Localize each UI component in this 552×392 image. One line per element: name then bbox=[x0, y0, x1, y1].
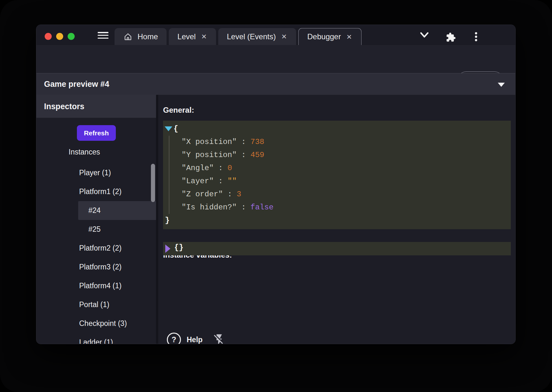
property-key: "Z order" bbox=[182, 190, 223, 199]
property-key: "Is hidden?" bbox=[182, 203, 237, 212]
instance-tree-item-label: Ladder (1) bbox=[79, 338, 113, 344]
indent-guide bbox=[169, 136, 169, 214]
top-right-icons bbox=[391, 25, 515, 45]
desktop-background: Home Level ✕ Level (Events) ✕ Debugger ✕ bbox=[0, 0, 552, 392]
general-section-label: General: bbox=[163, 106, 194, 115]
instance-tree-item-label: #25 bbox=[88, 225, 101, 234]
collapse-triangle-icon[interactable] bbox=[165, 126, 172, 131]
expand-triangle-icon[interactable] bbox=[165, 245, 170, 253]
inspectors-sidebar: Inspectors Refresh Instances Player (1) … bbox=[36, 95, 156, 344]
tab-level[interactable]: Level ✕ bbox=[169, 28, 216, 45]
property-separator: : bbox=[237, 138, 250, 146]
tab-label: Debugger bbox=[307, 32, 341, 41]
property-key: "Y position" bbox=[182, 151, 237, 159]
open-brace: { bbox=[174, 124, 178, 133]
close-window-button[interactable] bbox=[45, 33, 52, 40]
property-key: "Angle" bbox=[182, 164, 214, 172]
help-label[interactable]: Help bbox=[187, 335, 203, 344]
tab-label: Level (Events) bbox=[227, 32, 276, 41]
title-tab-bar: Home Level ✕ Level (Events) ✕ Debugger ✕ bbox=[36, 25, 515, 45]
tree-open-line: { bbox=[163, 122, 511, 135]
instance-tree-item-label: Platform1 (2) bbox=[79, 187, 122, 196]
property-row[interactable]: "X position" : 738 bbox=[163, 135, 511, 148]
instance-tree-item[interactable]: Platform2 (2) bbox=[78, 239, 151, 258]
property-key: "Layer" bbox=[182, 177, 214, 185]
instance-variables-tree: {} bbox=[163, 242, 511, 255]
property-separator: : bbox=[237, 151, 250, 159]
flash-off-icon[interactable] bbox=[213, 333, 226, 344]
tree-rows: "X position" : 738 "Y position" : 459 "A… bbox=[163, 135, 511, 214]
tab-bar: Home Level ✕ Level (Events) ✕ Debugger ✕ bbox=[115, 28, 362, 45]
property-value: 0 bbox=[228, 164, 232, 172]
property-value: 3 bbox=[237, 190, 241, 199]
property-row[interactable]: "Y position" : 459 bbox=[163, 148, 511, 162]
close-brace: } bbox=[165, 216, 169, 225]
home-icon bbox=[123, 32, 133, 41]
instance-tree-item[interactable]: #24 bbox=[78, 201, 156, 220]
tab-label: Level bbox=[177, 32, 196, 41]
instance-tree-item-label: Platform2 (2) bbox=[79, 244, 122, 253]
tab-level-events-[interactable]: Level (Events) ✕ bbox=[218, 28, 296, 45]
inspector-detail-panel: General: { "X position" : 738 "Y positio… bbox=[158, 95, 516, 344]
instance-tree-item-label: #24 bbox=[88, 206, 101, 215]
property-value: 459 bbox=[250, 151, 264, 159]
instance-tree-item-label: Platform4 (1) bbox=[79, 282, 122, 290]
minimize-window-button[interactable] bbox=[56, 33, 63, 40]
instances-root-label[interactable]: Instances bbox=[69, 148, 100, 157]
dropdown-caret-icon bbox=[498, 83, 505, 87]
property-value: 738 bbox=[250, 138, 264, 146]
instance-tree-item[interactable]: Platform4 (1) bbox=[78, 276, 151, 295]
tree-close-line: } bbox=[163, 214, 511, 227]
tab-close-icon[interactable]: ✕ bbox=[200, 33, 207, 41]
instance-tree-item[interactable]: Platform1 (2) bbox=[78, 182, 151, 201]
property-row[interactable]: "Layer" : "" bbox=[163, 175, 511, 188]
instance-tree-item[interactable]: Player (1) bbox=[78, 163, 151, 182]
general-properties-tree: { "X position" : 738 "Y position" : 459 … bbox=[163, 121, 511, 229]
property-value: "" bbox=[228, 177, 237, 185]
instance-tree-item-label: Player (1) bbox=[79, 169, 111, 177]
property-separator: : bbox=[237, 203, 250, 212]
instance-tree-item[interactable]: #25 bbox=[78, 220, 156, 239]
instance-tree-item[interactable]: Ladder (1) bbox=[78, 333, 151, 344]
tab-home[interactable]: Home bbox=[115, 28, 167, 45]
property-row[interactable]: "Angle" : 0 bbox=[163, 162, 511, 175]
property-key: "X position" bbox=[182, 138, 237, 146]
inspectors-title: Inspectors bbox=[44, 102, 84, 111]
debugger-toolbar: Pause bbox=[36, 45, 515, 73]
help-question-icon[interactable]: ? bbox=[167, 333, 181, 344]
property-row[interactable]: "Z order" : 3 bbox=[163, 188, 511, 201]
zoom-window-button[interactable] bbox=[68, 33, 75, 40]
instance-tree-item-label: Platform3 (2) bbox=[79, 263, 122, 271]
instance-tree-item[interactable]: Checkpoint (3) bbox=[78, 314, 151, 333]
property-separator: : bbox=[214, 177, 228, 185]
panel-divider bbox=[156, 95, 158, 344]
app-window: Home Level ✕ Level (Events) ✕ Debugger ✕ bbox=[36, 25, 516, 344]
chevron-down-icon[interactable] bbox=[419, 31, 430, 39]
property-separator: : bbox=[223, 190, 237, 199]
tab-debugger[interactable]: Debugger ✕ bbox=[298, 28, 362, 45]
inspectors-header: Inspectors bbox=[36, 95, 156, 118]
more-options-kebab-icon[interactable] bbox=[471, 31, 481, 42]
help-row: ? Help bbox=[167, 333, 226, 344]
instance-tree-item-label: Checkpoint (3) bbox=[79, 319, 127, 328]
sidebar-scrollbar-thumb[interactable] bbox=[151, 164, 155, 202]
empty-object-value: {} bbox=[174, 243, 183, 252]
property-value: false bbox=[250, 203, 273, 212]
instance-tree-item-label: Portal (1) bbox=[79, 300, 109, 309]
instances-tree: Player (1) Platform1 (2) #24 #25 Platfor… bbox=[36, 163, 156, 344]
tab-close-icon[interactable]: ✕ bbox=[346, 33, 353, 41]
tab-close-icon[interactable]: ✕ bbox=[280, 33, 287, 41]
property-separator: : bbox=[214, 164, 228, 172]
extensions-puzzle-icon[interactable] bbox=[445, 32, 457, 43]
instance-tree-item[interactable]: Platform3 (2) bbox=[78, 258, 151, 276]
game-preview-label: Game preview #4 bbox=[44, 73, 109, 95]
game-preview-selector[interactable]: Game preview #4 bbox=[36, 73, 515, 95]
refresh-button[interactable]: Refresh bbox=[77, 125, 116, 141]
instance-tree-item[interactable]: Portal (1) bbox=[78, 295, 151, 314]
tab-label: Home bbox=[138, 32, 158, 41]
main-menu-icon[interactable] bbox=[98, 32, 108, 39]
property-row[interactable]: "Is hidden?" : false bbox=[163, 201, 511, 214]
